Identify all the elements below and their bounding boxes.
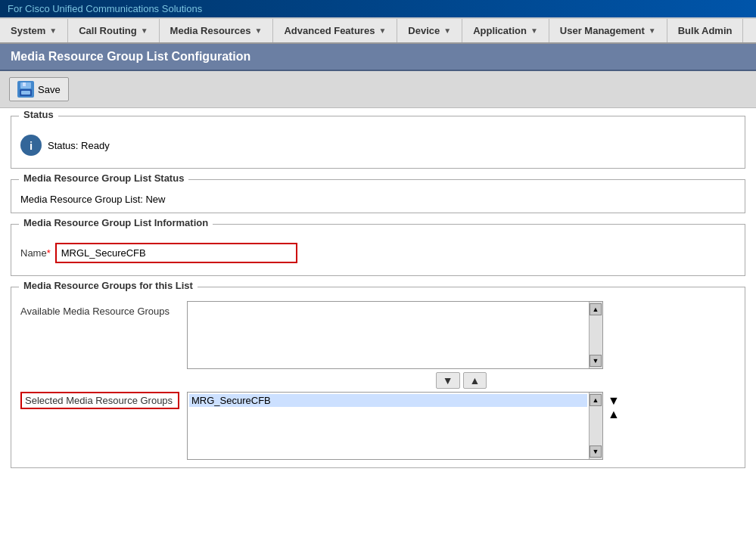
sel-scroll-down[interactable]: ▼ (590, 445, 602, 458)
nav-advanced-features-label: Advanced Features (284, 25, 375, 36)
mrg-section: Media Resource Groups for this List Avai… (11, 287, 745, 468)
status-section: Status i Status: Ready (11, 116, 745, 169)
selected-label: Selected Media Resource Groups (20, 392, 179, 409)
available-label: Available Media Resource Groups (20, 301, 179, 317)
nav-call-routing[interactable]: Call Routing ▼ (68, 19, 159, 42)
mrgl-info-legend: Media Resource Group List Information (19, 217, 213, 228)
sel-scroll-up[interactable]: ▲ (590, 394, 602, 406)
mrgl-info-section: Media Resource Group List Information Na… (11, 224, 745, 276)
save-icon (17, 81, 34, 98)
nav-advanced-features-arrow: ▼ (378, 26, 386, 35)
side-arrows: ▼ ▲ (608, 392, 620, 421)
nav-advanced-features[interactable]: Advanced Features ▼ (273, 19, 397, 42)
nav-user-management-arrow: ▼ (649, 26, 656, 35)
available-listbox[interactable] (188, 302, 589, 368)
nav-call-routing-label: Call Routing (79, 25, 137, 36)
banner-text: For Cisco Unified Communications Solutio… (8, 3, 202, 14)
nav-system-arrow: ▼ (49, 26, 57, 35)
mrgl-info-body: Name* (11, 228, 745, 275)
avail-scroll-down[interactable]: ▼ (590, 355, 602, 367)
name-label: Name* (20, 247, 51, 259)
move-up-button[interactable]: ▲ (463, 372, 487, 389)
selected-row: Selected Media Resource Groups MRG_Secur… (20, 392, 736, 460)
avail-scroll-up[interactable]: ▲ (590, 303, 602, 315)
required-star: * (47, 247, 51, 259)
info-icon: i (20, 135, 42, 156)
nav-media-resources-label: Media Resources (170, 25, 251, 36)
nav-device-label: Device (408, 25, 440, 36)
nav-user-management[interactable]: User Management ▼ (549, 19, 667, 42)
nav-system[interactable]: System ▼ (0, 19, 68, 42)
name-input[interactable] (55, 243, 297, 263)
svg-rect-4 (21, 91, 30, 95)
page-title: Media Resource Group List Configuration (11, 50, 250, 63)
status-row: i Status: Ready (20, 130, 736, 160)
top-banner: For Cisco Unified Communications Solutio… (0, 0, 756, 19)
nav-user-management-label: User Management (560, 25, 645, 36)
name-row: Name* (20, 238, 736, 268)
available-row: Available Media Resource Groups ▲ ▼ (20, 301, 736, 369)
nav-media-resources-arrow: ▼ (255, 26, 263, 35)
move-down-button[interactable]: ▼ (436, 372, 460, 389)
status-body: i Status: Ready (11, 120, 745, 168)
nav-bulk-admin[interactable]: Bulk Admin (667, 19, 744, 42)
selected-listbox[interactable]: MRG_SecureCFB (188, 393, 589, 459)
nav-call-routing-arrow: ▼ (141, 26, 148, 35)
mrg-body: Available Media Resource Groups ▲ ▼ ▼ ▲ (11, 290, 745, 467)
status-legend: Status (19, 109, 58, 120)
toolbar: Save (0, 71, 756, 108)
mrgl-status-body: Media Resource Group List: New (11, 183, 745, 213)
mrgl-status-text: Media Resource Group List: New (20, 194, 165, 205)
side-arrow-down[interactable]: ▼ (608, 395, 620, 407)
side-arrow-up[interactable]: ▲ (608, 408, 620, 421)
nav-system-label: System (11, 25, 45, 36)
nav-application-label: Application (473, 25, 527, 36)
mrg-legend: Media Resource Groups for this List (19, 280, 198, 291)
content: Status i Status: Ready Media Resource Gr… (0, 108, 756, 486)
save-button[interactable]: Save (9, 77, 69, 101)
mrgl-status-section: Media Resource Group List Status Media R… (11, 179, 745, 213)
nav-device[interactable]: Device ▼ (397, 19, 462, 42)
nav-application[interactable]: Application ▼ (462, 19, 549, 42)
status-text: Status: Ready (48, 140, 110, 151)
list-item[interactable]: MRG_SecureCFB (189, 394, 587, 407)
save-label: Save (38, 84, 61, 95)
svg-rect-2 (23, 82, 26, 86)
nav-device-arrow: ▼ (443, 26, 451, 35)
nav-media-resources[interactable]: Media Resources ▼ (160, 19, 274, 42)
page-title-bar: Media Resource Group List Configuration (0, 44, 756, 71)
mrgl-status-legend: Media Resource Group List Status (19, 172, 188, 184)
move-buttons: ▼ ▲ (187, 369, 736, 392)
nav-application-arrow: ▼ (530, 26, 538, 35)
navbar: System ▼ Call Routing ▼ Media Resources … (0, 19, 756, 44)
nav-bulk-admin-label: Bulk Admin (678, 25, 733, 36)
